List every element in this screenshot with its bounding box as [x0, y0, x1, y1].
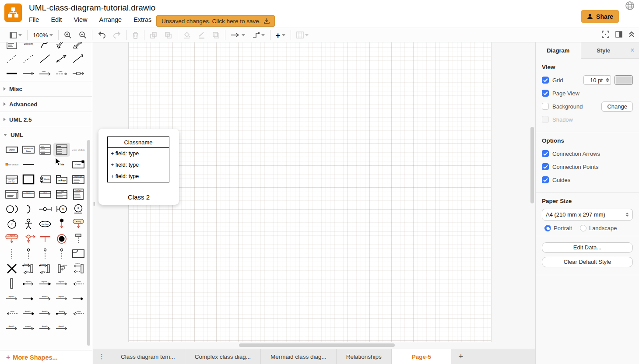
- grid-color-swatch[interactable]: [614, 75, 633, 85]
- unsaved-changes-banner[interactable]: Unsaved changes. Click here to save.: [156, 15, 275, 27]
- lifeline-shape[interactable]: [4, 247, 20, 261]
- activation-bar-shape[interactable]: [4, 276, 20, 290]
- background-checkbox[interactable]: [542, 103, 549, 110]
- fullscreen-icon[interactable]: [602, 31, 609, 40]
- arc-shape[interactable]: [20, 202, 37, 216]
- module-box-shape[interactable]: Module: [37, 172, 53, 186]
- menu-view[interactable]: View: [74, 16, 87, 23]
- section-uml-2-5[interactable]: UML 2.5: [0, 112, 92, 127]
- page-tab-complex-class-diag[interactable]: Complex class diag...: [185, 349, 261, 364]
- bold-link-shape[interactable]: [4, 66, 20, 80]
- lifeline-box-shape[interactable]: [70, 232, 87, 246]
- boundary-object-shape[interactable]: B: [53, 202, 70, 216]
- pages-menu-icon[interactable]: ⋮: [93, 349, 111, 364]
- class-box-shape[interactable]: [37, 143, 53, 157]
- list-item-shape[interactable]: List Item: [20, 42, 37, 51]
- msg-return-shape[interactable]: return: [70, 276, 87, 290]
- vertical-scrollbar[interactable]: [530, 127, 534, 203]
- menu-extras[interactable]: Extras: [133, 16, 151, 23]
- zoom-level-dropdown[interactable]: 100%: [29, 28, 56, 42]
- curve-shape[interactable]: [37, 42, 53, 51]
- entity-object-shape[interactable]: E: [70, 202, 87, 216]
- lifeline-circle-shape[interactable]: [20, 247, 37, 261]
- initial-node-shape[interactable]: [53, 217, 70, 231]
- boxed-link-shape[interactable]: [70, 66, 87, 80]
- dotted-line-shape[interactable]: [4, 52, 20, 66]
- shadow-checkbox[interactable]: [542, 116, 549, 123]
- canvas-page[interactable]: [128, 42, 492, 342]
- arrow-outline-shape[interactable]: [70, 42, 87, 51]
- language-globe-icon[interactable]: [625, 0, 635, 13]
- page-tab-class-diagram-tem[interactable]: Class diagram tem...: [111, 349, 185, 364]
- collapse-toolbar-icon[interactable]: [628, 31, 635, 39]
- msg-arrow-shape[interactable]: dispatch: [53, 321, 70, 335]
- page-tab-page-5[interactable]: Page-5: [392, 349, 451, 364]
- tab-diagram[interactable]: Diagram: [536, 42, 581, 59]
- interface-box-shape[interactable]: «Interface»Name: [20, 143, 37, 157]
- frame-box-shape[interactable]: [20, 172, 37, 186]
- edit-data-button[interactable]: Edit Data...: [542, 242, 633, 253]
- grid-checkbox[interactable]: [542, 77, 549, 84]
- menu-arrange[interactable]: Arrange: [99, 16, 122, 23]
- msg-arrow-shape[interactable]: dispatch: [37, 321, 53, 335]
- activity-orange-shape[interactable]: Activity: [70, 217, 87, 231]
- arrows-line-shape[interactable]: [53, 52, 70, 66]
- msg-return-shape[interactable]: return: [70, 306, 87, 320]
- menu-file[interactable]: File: [29, 16, 39, 23]
- sidebar-splitter-handle[interactable]: ‖: [93, 201, 95, 208]
- share-button[interactable]: Share: [581, 10, 619, 23]
- grid-size-stepper[interactable]: [604, 75, 611, 85]
- section-misc[interactable]: Misc: [0, 81, 92, 96]
- tab-style[interactable]: Style: [581, 42, 626, 58]
- line-shape[interactable]: [37, 52, 53, 66]
- section-uml[interactable]: UML: [0, 127, 92, 142]
- close-panel-icon[interactable]: ×: [626, 42, 639, 58]
- redo-button[interactable]: [109, 28, 125, 42]
- connection-points-checkbox[interactable]: [542, 163, 549, 170]
- horizontal-scrollbar[interactable]: [239, 343, 395, 347]
- change-background-button[interactable]: Change: [601, 102, 633, 112]
- table-dropdown[interactable]: [293, 28, 312, 42]
- msg-arrow-shape[interactable]: dispatch: [4, 321, 20, 335]
- delete-button[interactable]: [129, 28, 142, 42]
- class-simple-shape[interactable]: Class: [20, 187, 37, 201]
- format-panel-toggle-icon[interactable]: [615, 31, 622, 39]
- msg-arrow-shape[interactable]: dispatch: [53, 276, 70, 290]
- activation-return-shape[interactable]: dispatchreturn: [20, 262, 37, 276]
- object-type-box-shape[interactable]: Object Type: [70, 172, 87, 186]
- to-back-button[interactable]: [161, 28, 176, 42]
- line-color-button[interactable]: [194, 28, 209, 42]
- fork-red-shape[interactable]: [37, 232, 53, 246]
- labeled-link-shape[interactable]: label: [37, 66, 53, 80]
- callback-bar-shape[interactable]: callback: [70, 262, 87, 276]
- msg-arrow-shape[interactable]: dispatch: [4, 291, 20, 305]
- item-attribute-plain-shape[interactable]: + item: attribute: [70, 143, 87, 157]
- class-simple-shape[interactable]: Class: [37, 187, 53, 201]
- grid-size-input[interactable]: [583, 75, 605, 85]
- msg-arrow-dot-shape[interactable]: dispatch: [53, 306, 70, 320]
- class-title-box-shape[interactable]: Class: [53, 187, 70, 201]
- sidebar-scrollbar[interactable]: [87, 140, 90, 346]
- menu-edit[interactable]: Edit: [51, 16, 62, 23]
- insert-dropdown[interactable]: +: [272, 28, 289, 42]
- interface-long-box-shape[interactable]: «Interface»: [70, 187, 87, 201]
- msg-arrow2-shape[interactable]: [70, 291, 87, 305]
- connection-arrows-checkbox[interactable]: [542, 150, 549, 157]
- paper-size-select[interactable]: A4 (210 mm x 297 mm): [542, 209, 633, 220]
- class-header-box-shape[interactable]: attr: Typeattr2: Type: [4, 172, 20, 186]
- lifeline-circle-shape[interactable]: [37, 247, 53, 261]
- hline-shape[interactable]: [20, 158, 37, 172]
- shadow-button[interactable]: [209, 28, 223, 42]
- msg-arrow-shape[interactable]: dispatch: [37, 291, 53, 305]
- link-arrow-shape[interactable]: [20, 66, 37, 80]
- guides-checkbox[interactable]: [542, 176, 549, 183]
- msg-arrow-filled-shape[interactable]: dispatch: [20, 306, 37, 320]
- component-box-shape[interactable]: «Comp»: [70, 158, 87, 172]
- msg-arrow-filled-shape[interactable]: dispatch: [37, 276, 53, 290]
- actor-shape[interactable]: [20, 217, 37, 231]
- frame-corner-shape[interactable]: [70, 247, 87, 261]
- msg-arrow-shape[interactable]: dispatch: [20, 321, 37, 335]
- destroy-x-shape[interactable]: [4, 262, 20, 276]
- page-view-checkbox[interactable]: [542, 90, 549, 97]
- drawing-canvas[interactable]: ‖ Classname + field: type + field: type …: [93, 42, 535, 349]
